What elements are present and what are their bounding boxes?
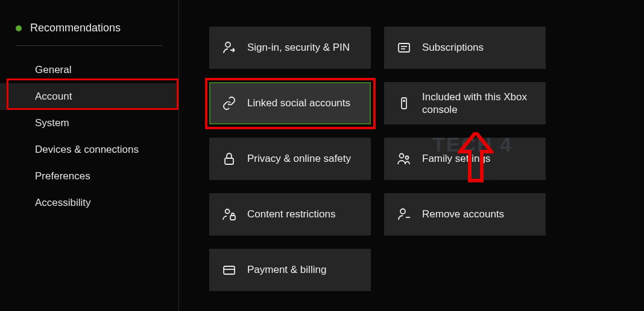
tile-label: Remove accounts [422, 208, 504, 220]
svg-rect-13 [224, 266, 235, 274]
svg-point-9 [226, 210, 230, 214]
settings-screen: Recommendations General Account System D… [0, 0, 644, 311]
sidebar-nav: General Account System Devices & connect… [0, 57, 178, 216]
tile-row: Sign-in, security & PIN Subscriptions [209, 27, 644, 69]
console-icon [396, 96, 412, 111]
lock-icon [221, 152, 237, 166]
tile-row: Payment & billing [209, 249, 644, 291]
link-icon [221, 96, 237, 111]
sidebar-title: Recommendations [30, 22, 121, 34]
tile-label: Subscriptions [422, 41, 484, 54]
tile-signin[interactable]: Sign-in, security & PIN [209, 27, 371, 69]
tile-payment[interactable]: Payment & billing [209, 249, 371, 291]
account-tile-grid: Sign-in, security & PIN Subscriptions [209, 27, 644, 291]
svg-point-11 [400, 209, 405, 214]
svg-rect-6 [225, 158, 233, 164]
sidebar-item-system[interactable]: System [0, 110, 178, 136]
tile-label: Included with this Xbox console [422, 91, 537, 117]
tile-row: Privacy & online safety Family settings [209, 138, 644, 180]
tile-row: Content restrictions Remove accounts [209, 193, 644, 236]
sidebar-item-account[interactable]: Account [0, 83, 178, 110]
tile-label: Sign-in, security & PIN [247, 41, 350, 54]
svg-rect-4 [402, 98, 406, 109]
tile-remove-accounts[interactable]: Remove accounts [384, 193, 546, 236]
svg-rect-10 [230, 216, 235, 220]
svg-point-0 [226, 42, 230, 47]
tile-privacy[interactable]: Privacy & online safety [209, 138, 371, 180]
person-lock-icon [221, 207, 237, 222]
sidebar-item-preferences[interactable]: Preferences [0, 163, 178, 190]
tile-content-restrictions[interactable]: Content restrictions [209, 193, 371, 236]
tile-row: Linked social accounts Included with thi… [209, 82, 644, 124]
sidebar-item-devices[interactable]: Devices & connections [0, 136, 178, 163]
settings-main-panel: TECH 4 Sign-in, security & PIN [179, 0, 644, 311]
svg-point-7 [400, 154, 404, 158]
sidebar-item-accessibility[interactable]: Accessibility [0, 190, 178, 216]
status-dot-icon [16, 25, 22, 31]
list-card-icon [396, 40, 412, 55]
person-minus-icon [396, 207, 412, 222]
svg-rect-1 [399, 43, 409, 52]
tile-label: Content restrictions [247, 208, 335, 220]
tile-label: Privacy & online safety [247, 152, 351, 165]
tile-label: Linked social accounts [247, 97, 350, 109]
tile-label: Payment & billing [247, 263, 326, 276]
sidebar-item-general[interactable]: General [0, 57, 178, 83]
credit-card-icon [221, 263, 237, 277]
sidebar-divider [16, 45, 163, 46]
settings-sidebar: Recommendations General Account System D… [0, 0, 179, 311]
tile-linked-social[interactable]: Linked social accounts [209, 82, 371, 124]
svg-point-5 [403, 100, 405, 101]
tile-family[interactable]: Family settings [384, 138, 546, 180]
svg-point-8 [406, 156, 409, 159]
tile-included-console[interactable]: Included with this Xbox console [384, 82, 546, 124]
sidebar-header: Recommendations [0, 22, 178, 45]
tile-label: Family settings [422, 152, 490, 165]
tile-subscriptions[interactable]: Subscriptions [384, 27, 546, 69]
person-arrow-icon [221, 40, 237, 55]
family-icon [396, 152, 412, 166]
